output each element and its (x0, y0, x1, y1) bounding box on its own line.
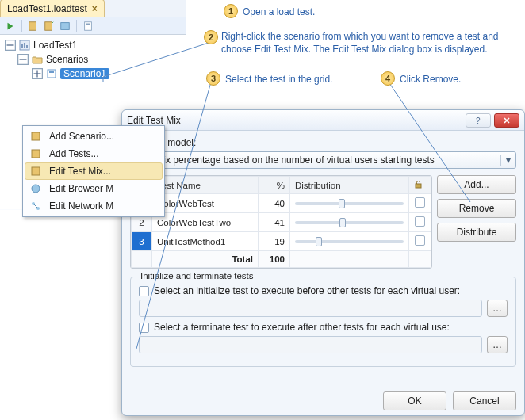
svg-rect-27 (416, 184, 421, 188)
network-mix-icon (29, 200, 43, 212)
distribute-button[interactable]: Distribute (437, 223, 516, 242)
document-tab-strip: LoadTest1.loadtest × (0, 0, 186, 17)
row-distribution[interactable] (290, 194, 409, 213)
document-tab-label: LoadTest1.loadtest (7, 3, 87, 14)
terminate-label: Select a terminate test to execute after… (154, 322, 450, 333)
test-mix-model-combo[interactable]: Test mix percentage based on the number … (130, 151, 516, 169)
menu-edit-browser-mix[interactable]: Edit Browser M (25, 180, 163, 197)
close-button[interactable] (494, 113, 519, 128)
tree-scenarios-label: Scenarios (46, 54, 88, 65)
menu-edit-test-mix[interactable]: Edit Test Mix... (25, 162, 163, 180)
toolbar-separator (21, 20, 22, 32)
annotation-text-3: Select the test in the grid. (225, 73, 332, 86)
svg-rect-5 (86, 23, 90, 25)
row-lock[interactable] (409, 232, 431, 251)
annotation-text-2: Right-click the scenario from which you … (221, 30, 523, 55)
initialize-label: Select an initialize test to execute bef… (154, 285, 460, 296)
row-lock[interactable] (409, 194, 431, 213)
dialog-titlebar[interactable]: Edit Test Mix ? (122, 110, 524, 131)
row-percent[interactable]: 40 (259, 194, 290, 213)
close-tab-icon[interactable]: × (92, 3, 98, 14)
collapse-icon[interactable] (5, 40, 16, 51)
menu-add-tests[interactable]: Add Tests... (25, 145, 163, 162)
terminate-browse-button[interactable]: … (487, 336, 508, 353)
row-test-name[interactable]: ColorWebTest (152, 194, 259, 213)
table-row[interactable]: 2ColorWebTestTwo41 (132, 213, 431, 232)
svg-rect-10 (24, 43, 25, 48)
table-row[interactable]: 1ColorWebTest40 (132, 194, 431, 213)
annotation-badge-1: 1 (224, 4, 238, 18)
manage-icon[interactable] (58, 19, 72, 33)
load-test-editor: LoadTest1.loadtest × LoadTest1 Scenarios… (0, 0, 186, 210)
add-button[interactable]: Add... (437, 175, 516, 194)
svg-rect-1 (29, 21, 36, 30)
scenario-icon (29, 131, 43, 142)
row-distribution[interactable] (290, 213, 409, 232)
expand-icon[interactable] (32, 68, 43, 79)
col-percent[interactable]: % (259, 177, 290, 194)
new-scenario-icon[interactable] (42, 19, 56, 33)
svg-point-22 (32, 185, 40, 193)
svg-rect-2 (45, 21, 52, 30)
menu-label: Edit Network M (49, 200, 113, 212)
menu-label: Edit Test Mix... (49, 166, 111, 177)
row-percent[interactable]: 41 (259, 213, 290, 232)
tree-scenario1[interactable]: Scenario1 (0, 67, 186, 81)
row-lock[interactable] (409, 213, 431, 232)
svg-text:?: ? (476, 116, 481, 125)
col-lock[interactable] (409, 177, 431, 194)
folder-icon (32, 54, 43, 65)
tree-root[interactable]: LoadTest1 (0, 38, 186, 52)
svg-rect-3 (61, 22, 70, 29)
initialize-checkbox[interactable] (139, 286, 149, 296)
scenario-context-menu: Add Scenario... Add Tests... Edit Test M… (22, 125, 165, 217)
initialize-browse-button[interactable]: … (487, 300, 508, 317)
terminate-checkbox[interactable] (139, 323, 149, 333)
terminate-test-field[interactable] (139, 336, 482, 353)
test-mix-grid[interactable]: Test Name % Distribution 1ColorWebTest40… (130, 175, 432, 269)
annotation-badge-2: 2 (204, 30, 218, 44)
run-icon[interactable] (3, 19, 17, 33)
row-percent[interactable]: 19 (259, 232, 290, 251)
test-mix-icon (29, 166, 43, 177)
svg-marker-0 (8, 22, 13, 29)
collapse-icon[interactable] (17, 54, 29, 65)
col-distribution[interactable]: Distribution (290, 177, 409, 194)
properties-icon[interactable] (81, 19, 95, 33)
dialog-title: Edit Test Mix (127, 115, 181, 126)
svg-line-25 (34, 204, 37, 208)
svg-rect-11 (26, 45, 28, 48)
total-value: 100 (259, 251, 290, 268)
annotation-text-4: Click Remove. (400, 73, 461, 86)
svg-rect-19 (32, 132, 40, 140)
document-tab-loadtest[interactable]: LoadTest1.loadtest × (0, 0, 105, 17)
svg-rect-17 (48, 70, 56, 78)
chevron-down-icon: ▾ (500, 155, 511, 166)
cancel-button[interactable]: Cancel (453, 391, 516, 410)
annotation-badge-3: 3 (206, 71, 220, 86)
col-test-name[interactable]: Test Name (152, 177, 259, 194)
tree-root-label: LoadTest1 (33, 40, 77, 51)
tests-icon (29, 148, 43, 159)
group-title: Initialize and terminate tests (137, 271, 257, 281)
counter-sets-icon[interactable] (26, 19, 40, 33)
svg-rect-9 (21, 44, 23, 48)
row-test-name[interactable]: UnitTestMethod1 (152, 232, 259, 251)
table-row[interactable]: 3UnitTestMethod119 (132, 232, 431, 251)
tree-scenarios[interactable]: Scenarios (0, 52, 186, 67)
grid-button-column: Add... Remove Distribute (437, 175, 516, 269)
menu-add-scenario[interactable]: Add Scenario... (25, 128, 163, 145)
row-test-name[interactable]: ColorWebTestTwo (152, 213, 259, 232)
svg-rect-21 (32, 167, 40, 175)
ok-button[interactable]: OK (383, 391, 446, 410)
help-button[interactable]: ? (466, 113, 491, 128)
initialize-test-field[interactable] (139, 300, 482, 317)
svg-rect-18 (49, 71, 54, 73)
annotation-badge-4: 4 (381, 71, 395, 86)
remove-button[interactable]: Remove (437, 199, 516, 218)
toolbar-separator (76, 20, 77, 32)
svg-rect-4 (85, 21, 92, 30)
lock-icon (414, 180, 423, 189)
row-distribution[interactable] (290, 232, 409, 251)
menu-edit-network-mix[interactable]: Edit Network M (25, 197, 163, 215)
